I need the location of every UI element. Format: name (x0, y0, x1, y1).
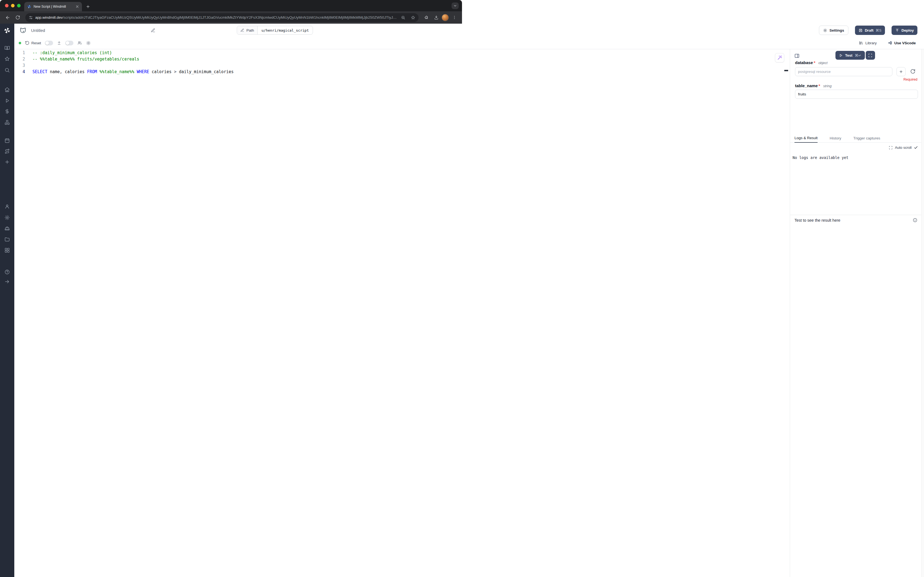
user-icon[interactable] (5, 204, 10, 209)
grid-icon[interactable] (5, 248, 10, 253)
editor-toolbar: Reset Library Use VScode (14, 37, 462, 49)
tab-search-chevron-icon[interactable] (452, 2, 459, 9)
extensions-icon[interactable] (422, 13, 431, 22)
editor-settings-gear-icon[interactable] (86, 41, 91, 45)
minimize-window-button[interactable] (11, 4, 14, 7)
new-tab-button[interactable] (84, 3, 92, 10)
site-info-icon[interactable] (29, 15, 33, 20)
path-value: u/henri/magical_script (258, 26, 313, 34)
line-number: 3 (14, 63, 25, 69)
browser-toolbar: app.windmill.dev/scripts/add#JTdCJTIyaGF… (0, 11, 462, 24)
line-number: 2 (14, 56, 25, 63)
script-header: Untitled Path u/henri/magical_script Set… (14, 24, 462, 37)
path-label-segment[interactable]: Path (237, 26, 258, 34)
close-window-button[interactable] (5, 4, 8, 7)
script-path-group[interactable]: Path u/henri/magical_script (237, 26, 313, 35)
connection-status-dot (19, 42, 21, 44)
multiplayer-toggle[interactable] (65, 41, 73, 45)
windmill-favicon (27, 5, 31, 9)
back-icon[interactable] (3, 13, 12, 22)
browser-menu-kebab-icon[interactable] (450, 13, 459, 22)
reset-label: Reset (31, 41, 41, 45)
url-bar[interactable]: app.windmill.dev/scripts/add#JTdCJTIyaGF… (25, 13, 419, 22)
help-icon[interactable] (5, 269, 10, 275)
line-number: 4 (14, 69, 25, 75)
zoom-icon[interactable] (399, 14, 407, 21)
book-icon[interactable] (5, 45, 10, 51)
script-title: Untitled (31, 28, 45, 33)
bookmark-star-icon[interactable] (409, 14, 417, 21)
star-icon[interactable] (5, 56, 10, 61)
editor-gutter: 1234 (14, 50, 26, 75)
search-icon[interactable] (5, 68, 10, 73)
plus-icon[interactable] (5, 159, 10, 165)
collapse-sidebar-icon[interactable] (5, 279, 10, 284)
hardhat-icon[interactable] (5, 226, 10, 231)
profile-avatar[interactable] (442, 14, 449, 21)
zoom-window-button[interactable] (17, 4, 21, 7)
postgresql-icon (19, 27, 27, 34)
script-title-field[interactable]: Untitled (31, 28, 155, 33)
editor-code[interactable]: -- :daily_minimum_calories (int)-- %%tab… (32, 50, 462, 75)
line-number: 1 (14, 50, 25, 56)
code-line (32, 63, 462, 69)
tab-close-icon[interactable] (76, 5, 79, 8)
play-icon[interactable] (5, 98, 10, 103)
downloads-icon[interactable] (432, 13, 441, 22)
code-line: -- %%table_name%% fruits/vegetables/cere… (32, 56, 462, 63)
diff-icon (57, 41, 61, 45)
reset-button[interactable]: Reset (25, 41, 41, 45)
dollar-icon[interactable] (5, 109, 10, 114)
browser-tab[interactable]: New Script | Windmill (24, 2, 82, 11)
reload-icon[interactable] (13, 13, 22, 22)
boxes-icon[interactable] (5, 119, 10, 125)
diff-toggle[interactable] (45, 41, 53, 45)
url-path: /scripts/add#JTdCJTIyaGFzaCUyMiUzQSUyMiU… (63, 15, 397, 19)
url-domain: app.windmill.dev (35, 15, 63, 19)
gear-icon[interactable] (5, 215, 10, 220)
tab-title: New Script | Windmill (34, 5, 73, 8)
code-line: -- :daily_minimum_calories (int) (32, 50, 462, 56)
code-editor[interactable]: 1234 -- :daily_minimum_calories (int)-- … (14, 49, 462, 288)
windmill-logo[interactable] (3, 27, 11, 34)
home-icon[interactable] (5, 87, 10, 92)
edit-title-pencil-icon[interactable] (151, 28, 155, 33)
window-controls (5, 4, 21, 7)
folder-icon[interactable] (5, 237, 10, 242)
route-icon[interactable] (5, 148, 10, 154)
calendar-icon[interactable] (5, 138, 10, 143)
browser-tabstrip: New Script | Windmill (0, 0, 462, 11)
path-label: Path (246, 28, 254, 32)
url-text: app.windmill.dev/scripts/add#JTdCJTIyaGF… (35, 15, 397, 19)
code-line: SELECT name, calories FROM %%table_name%… (32, 69, 462, 75)
users-icon (77, 40, 82, 45)
app-sidebar (0, 24, 14, 288)
